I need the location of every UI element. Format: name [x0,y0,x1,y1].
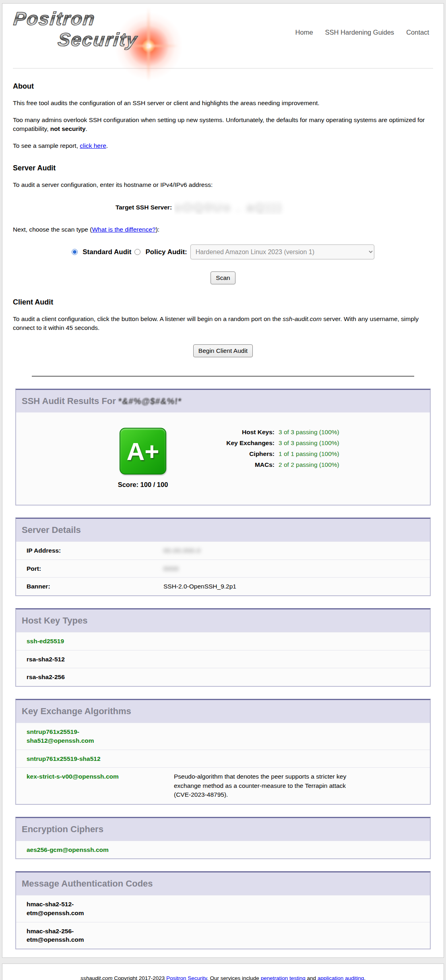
footer-services-text: . Our services include [207,975,261,980]
host-key-types-panel: Host Key Types ssh-ed25519 rsa-sha2-512 … [15,608,431,687]
table-row: IP Address: 00.00.000.0 [16,541,430,559]
encryption-ciphers-heading: Encryption Ciphers [16,818,430,841]
scan-type-difference-link[interactable]: What is the difference? [92,226,155,233]
stat-row-macs: MACs: 2 of 2 passing (100%) [209,461,339,468]
brand-name-line1: Positron [13,9,188,28]
stat-value: 1 of 1 passing (100%) [279,450,339,458]
stat-label: Host Keys: [209,429,275,436]
brand-logo[interactable]: Positron Security [14,9,187,66]
banner-value: SSH-2.0-OpenSSH_9.2p1 [163,582,430,591]
list-item: hmac-sha2-256-etm@openssh.com [16,922,430,949]
server-details-heading: Server Details [16,519,430,541]
score-label: Score: 100 / 100 [109,481,177,489]
nav-link-ssh-hardening-guides[interactable]: SSH Hardening Guides [325,29,394,36]
nav-link-contact[interactable]: Contact [406,29,429,36]
key-exchange-heading: Key Exchange Algorithms [16,700,430,723]
footer-panel: sshaudit.com Copyright 2017-2023 Positro… [2,963,444,980]
list-item: sntrup761x25519-sha512@openssh.com [16,723,430,749]
policy-select[interactable]: Hardened Amazon Linux 2023 (version 1) [190,244,374,259]
about-paragraph-2: Too many admins overlook SSH configurati… [13,116,433,133]
server-details-panel: Server Details IP Address: 00.00.000.0 P… [15,518,431,596]
scan-button[interactable]: Scan [211,271,235,284]
target-ssh-server-label: Target SSH Server: [116,204,172,211]
list-item: rsa-sha2-512 [16,650,430,668]
redacted-input-value: oOQ0Uo . aQ))) [174,200,330,215]
grade-column: A+ Score: 100 / 100 [109,424,177,489]
host-key-name: rsa-sha2-256 [27,673,127,682]
main-nav: Home SSH Hardening Guides Contact [295,29,429,36]
begin-client-audit-button[interactable]: Begin Client Audit [193,344,253,357]
sample-report-end: . [106,142,108,149]
stat-value: 3 of 3 passing (100%) [279,429,339,436]
host-key-name: ssh-ed25519 [27,637,127,646]
footer-copyright-text: Copyright 2017-2023 [112,975,166,980]
list-item: sntrup761x25519-sha512 [16,750,430,768]
ip-address-label: IP Address: [27,546,163,555]
key-exchange-panel: Key Exchange Algorithms sntrup761x25519-… [15,699,431,804]
footer-line-1: sshaudit.com Copyright 2017-2023 Positro… [10,975,436,980]
stat-value: 2 of 2 passing (100%) [279,461,339,468]
grade-badge: A+ [120,428,166,474]
about-paragraph-3: To see a sample report, click here. [13,141,433,150]
results-body: A+ Score: 100 / 100 Host Keys: 3 of 3 pa… [16,412,430,505]
target-ssh-server-input[interactable]: oOQ0Uo . aQ))) [174,200,330,215]
table-row: Port: 0000 [16,559,430,578]
results-divider [32,376,414,377]
stat-value: 3 of 3 passing (100%) [279,439,339,447]
stat-label: MACs: [209,461,275,468]
footer-period: . [364,975,365,980]
main-panel: Positron Security Home SSH Hardening Gui… [2,3,444,958]
sample-report-link[interactable]: click here [80,142,106,149]
scan-type-end: ): [156,226,159,233]
footer-pentest-link[interactable]: penetration testing [261,975,306,980]
kex-note: Pseudo-algorithm that denotes the peer s… [174,772,361,799]
footer-positron-link[interactable]: Positron Security [166,975,207,980]
list-item: ssh-ed25519 [16,632,430,650]
policy-audit-label: Policy Audit: [145,248,187,256]
client-intro-text: To audit a client configuration, click t… [13,315,283,322]
footer-appaudit-link[interactable]: application auditing [318,975,364,980]
scan-type-options-row: Standard Audit Policy Audit: Hardened Am… [13,244,433,259]
results-title-prefix: SSH Audit Results For [22,396,118,406]
ip-address-value: 00.00.000.0 [163,546,430,555]
client-audit-intro: To audit a client configuration, click t… [13,315,433,332]
redacted-ip: 00.00.000.0 [163,546,201,555]
brand-name-line2: Security [57,30,188,49]
list-item: aes256-gcm@openssh.com [16,841,430,859]
footer-domain: sshaudit.com [81,975,113,980]
kex-name: sntrup761x25519-sha512@openssh.com [27,727,127,745]
stats-column: Host Keys: 3 of 3 passing (100%) Key Exc… [209,429,339,489]
macs-panel: Message Authentication Codes hmac-sha2-5… [15,871,431,949]
kex-name: sntrup761x25519-sha512 [27,754,127,763]
server-audit-intro: To audit a server configuration, enter i… [13,180,433,189]
table-row: Banner: SSH-2.0-OpenSSH_9.2p1 [16,577,430,595]
footer-and-text: and [306,975,318,980]
scan-type-line: Next, choose the scan type (What is the … [13,225,433,234]
site-header: Positron Security Home SSH Hardening Gui… [2,4,444,68]
list-item: rsa-sha2-256 [16,668,430,686]
stat-label: Key Exchanges: [209,439,275,447]
about-p2-bold: not security [50,125,86,132]
about-p1-text: This free tool audits the configuration … [13,99,320,106]
stat-row-host-keys: Host Keys: 3 of 3 passing (100%) [209,429,339,436]
mac-name: hmac-sha2-512-etm@openssh.com [27,900,127,917]
standard-audit-radio[interactable] [72,249,78,255]
kex-name: kex-strict-s-v00@openssh.com [27,772,127,799]
target-server-row: Target SSH Server: oOQ0Uo . aQ))) [13,200,433,215]
cipher-name: aes256-gcm@openssh.com [27,845,127,854]
nav-link-home[interactable]: Home [295,29,313,36]
policy-audit-radio[interactable] [134,249,140,255]
about-p2-end: . [86,125,87,132]
redacted-port: 0000 [163,564,179,573]
host-key-types-heading: Host Key Types [16,609,430,632]
banner-label: Banner: [27,582,163,591]
port-value: 0000 [163,564,430,573]
port-label: Port: [27,564,163,573]
redacted-hostname: *&#%@$#&%!* [118,396,182,406]
about-heading: About [13,82,433,91]
list-item: kex-strict-s-v00@openssh.com Pseudo-algo… [16,767,430,804]
stat-row-key-exchanges: Key Exchanges: 3 of 3 passing (100%) [209,439,339,447]
sample-report-text: To see a sample report, [13,142,80,149]
client-audit-heading: Client Audit [13,298,433,307]
scan-type-text: Next, choose the scan type ( [13,226,92,233]
